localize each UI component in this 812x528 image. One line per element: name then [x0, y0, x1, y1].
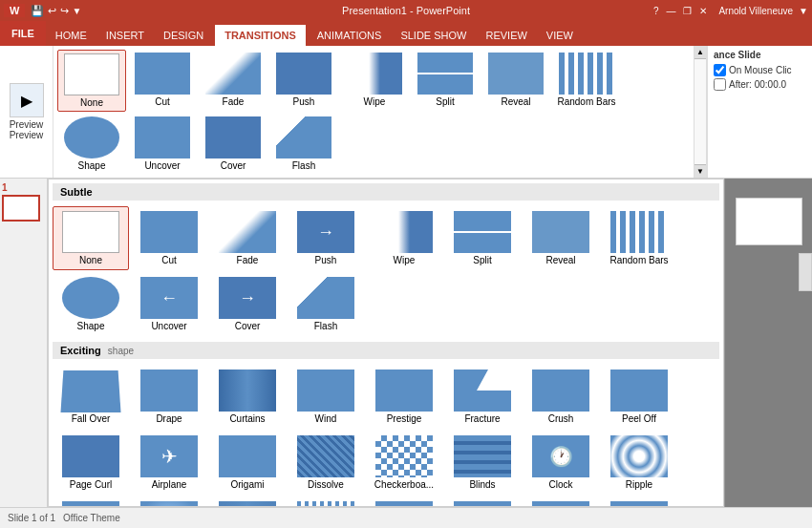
trans-push-ribbon[interactable]: Push: [269, 50, 338, 112]
after-checkbox[interactable]: [714, 78, 726, 91]
user-chevron[interactable]: ▼: [799, 6, 808, 16]
customize-button[interactable]: ▼: [72, 6, 81, 16]
slideshow-tab[interactable]: SLIDE SHOW: [391, 25, 476, 46]
trans-flip[interactable]: Flip: [444, 496, 521, 507]
trans-cut[interactable]: Cut: [131, 206, 207, 270]
advance-slide-panel: ance Slide On Mouse Clic After: 00:00.0: [707, 46, 812, 178]
trans-none-ribbon[interactable]: None: [57, 50, 126, 112]
file-icon[interactable]: W: [4, 4, 25, 17]
trans-fall-over[interactable]: Fall Over: [53, 365, 129, 429]
slide-1-thumb[interactable]: 1: [2, 182, 45, 222]
trans-wind-text: Wind: [315, 413, 337, 424]
trans-wipe-ribbon[interactable]: Wipe: [340, 50, 409, 112]
trans-reveal[interactable]: Reveal: [523, 206, 599, 270]
trans-reveal-label: Reveal: [501, 96, 530, 107]
trans-gallery[interactable]: Gallery: [523, 496, 599, 507]
transition-scrollbar[interactable]: ▲ ▼: [694, 46, 707, 178]
trans-origami[interactable]: Origami: [209, 431, 286, 495]
save-button[interactable]: 💾: [31, 5, 44, 17]
view-tab[interactable]: VIEW: [537, 25, 583, 46]
trans-cover-text: Cover: [235, 321, 261, 331]
trans-shape[interactable]: Shape: [53, 272, 129, 336]
trans-shape-ribbon[interactable]: Shape: [57, 114, 126, 174]
trans-fracture-text: Fracture: [464, 413, 500, 424]
design-tab[interactable]: DESIGN: [154, 25, 213, 46]
trans-cover-label: Cover: [221, 160, 246, 171]
preview-sublabel: Preview: [10, 130, 44, 140]
restore-button[interactable]: ❐: [683, 6, 692, 16]
trans-random-bars[interactable]: Random Bars: [601, 206, 677, 270]
trans-cover[interactable]: → Cover: [209, 272, 286, 336]
slide-number: 1: [2, 182, 45, 193]
username: Arnold Villeneuve: [718, 6, 793, 16]
trans-airplane[interactable]: ✈ Airplane: [131, 431, 207, 495]
trans-cut-ribbon[interactable]: Cut: [128, 50, 197, 112]
animations-tab[interactable]: ANIMATIONS: [308, 25, 392, 46]
trans-cover-ribbon[interactable]: Cover: [199, 114, 267, 174]
help-button[interactable]: ?: [653, 6, 659, 16]
trans-glitter[interactable]: Glitter: [131, 496, 207, 507]
trans-wipe[interactable]: Wipe: [366, 206, 442, 270]
trans-checkerboard[interactable]: Checkerboa...: [366, 431, 442, 495]
trans-prestige-text: Prestige: [387, 413, 422, 424]
on-mouse-click-checkbox[interactable]: [714, 64, 726, 76]
trans-shred[interactable]: Shred: [288, 496, 364, 507]
trans-clock[interactable]: 🕐 Clock: [523, 431, 599, 495]
trans-dissolve[interactable]: Dissolve: [288, 431, 364, 495]
trans-split[interactable]: Split: [444, 206, 521, 270]
trans-ripple[interactable]: Ripple: [601, 431, 677, 495]
redo-button[interactable]: ↪: [60, 5, 69, 17]
trans-peel-off[interactable]: Peel Off: [601, 365, 677, 429]
trans-split-ribbon[interactable]: Split: [411, 50, 480, 112]
trans-reveal-ribbon[interactable]: Reveal: [481, 50, 550, 112]
trans-honeycomb[interactable]: Honeycomb: [53, 496, 129, 507]
trans-uncover[interactable]: ← Uncover: [131, 272, 207, 336]
trans-fracture[interactable]: Fracture: [444, 365, 521, 429]
trans-checker-icon: [375, 435, 433, 477]
window-controls: ? — ❐ ✕ Arnold Villeneuve ▼: [653, 6, 812, 16]
trans-crush[interactable]: Crush: [523, 365, 599, 429]
trans-vortex[interactable]: Vortex: [209, 496, 286, 507]
trans-switch[interactable]: Switch: [366, 496, 442, 507]
preview-label: Preview: [10, 119, 44, 130]
trans-blinds[interactable]: Blinds: [444, 431, 521, 495]
review-tab[interactable]: REVIEW: [476, 25, 536, 46]
trans-wipe-icon: [375, 211, 433, 253]
trans-cube[interactable]: Cube: [601, 496, 677, 507]
vertical-scrollbar[interactable]: [799, 253, 812, 291]
home-tab[interactable]: HOME: [46, 25, 96, 46]
trans-push-icon: →: [297, 211, 354, 253]
trans-flash-label: Flash: [292, 160, 315, 171]
trans-reveal-icon: [532, 211, 589, 253]
trans-crush-text: Crush: [548, 413, 574, 424]
transitions-tab[interactable]: TRANSITIONS: [213, 23, 308, 46]
preview-icon: ▶: [10, 83, 44, 117]
trans-none-icon: [62, 211, 119, 253]
undo-button[interactable]: ↩: [48, 5, 56, 17]
trans-ripple-text: Ripple: [626, 479, 652, 490]
trans-fade[interactable]: Fade: [209, 206, 286, 270]
on-mouse-click-label: On Mouse Clic: [729, 65, 792, 75]
trans-none[interactable]: None: [53, 206, 129, 270]
close-button[interactable]: ✕: [699, 6, 707, 16]
insert-tab[interactable]: INSERT: [96, 25, 154, 46]
file-tab[interactable]: FILE: [0, 21, 46, 46]
trans-curtains-text: Curtains: [229, 413, 265, 424]
trans-curtains[interactable]: Curtains: [209, 365, 286, 429]
trans-flash[interactable]: Flash: [288, 272, 364, 336]
trans-peeloff-icon: [610, 370, 668, 412]
trans-drape[interactable]: Drape: [131, 365, 207, 429]
trans-push[interactable]: → Push: [288, 206, 364, 270]
scroll-down[interactable]: ▼: [694, 164, 706, 178]
slide-thumb-img: [2, 195, 40, 222]
trans-page-curl[interactable]: Page Curl: [53, 431, 129, 495]
trans-prestige[interactable]: Prestige: [366, 365, 442, 429]
trans-wind[interactable]: Wind: [288, 365, 364, 429]
trans-uncover-ribbon[interactable]: Uncover: [128, 114, 197, 174]
minimize-button[interactable]: —: [666, 6, 675, 16]
slide-canvas-area: [724, 179, 812, 507]
scroll-up[interactable]: ▲: [694, 46, 706, 59]
trans-fade-ribbon[interactable]: Fade: [199, 50, 267, 112]
trans-flash-ribbon[interactable]: Flash: [269, 114, 338, 174]
trans-rbars-ribbon[interactable]: Random Bars: [552, 50, 621, 112]
